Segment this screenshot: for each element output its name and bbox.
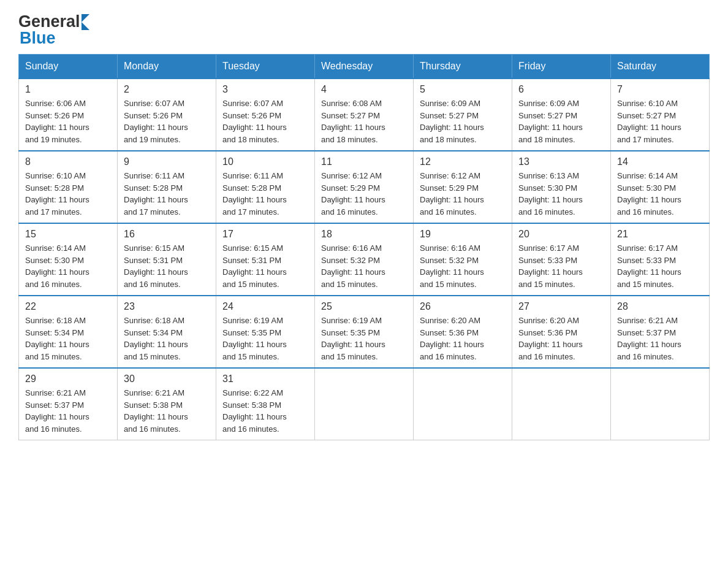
day-info: Sunrise: 6:15 AMSunset: 5:31 PMDaylight:…	[222, 243, 287, 289]
day-number: 27	[518, 301, 604, 312]
day-info: Sunrise: 6:19 AMSunset: 5:35 PMDaylight:…	[321, 316, 385, 361]
calendar-cell: 4 Sunrise: 6:08 AMSunset: 5:27 PMDayligh…	[315, 79, 414, 151]
calendar-cell: 13 Sunrise: 6:13 AMSunset: 5:30 PMDaylig…	[512, 151, 611, 223]
day-number: 19	[420, 229, 506, 240]
day-number: 1	[25, 84, 111, 95]
calendar-cell: 30 Sunrise: 6:21 AMSunset: 5:38 PMDaylig…	[118, 368, 216, 440]
calendar-cell: 8 Sunrise: 6:10 AMSunset: 5:28 PMDayligh…	[19, 151, 118, 223]
day-info: Sunrise: 6:07 AMSunset: 5:26 PMDaylight:…	[222, 99, 287, 144]
weekday-header-saturday: Saturday	[611, 55, 710, 79]
day-number: 13	[518, 156, 604, 167]
logo: General Blue	[18, 12, 89, 48]
calendar-cell: 9 Sunrise: 6:11 AMSunset: 5:28 PMDayligh…	[118, 151, 216, 223]
calendar-body: 1 Sunrise: 6:06 AMSunset: 5:26 PMDayligh…	[19, 79, 710, 440]
day-number: 16	[124, 229, 210, 240]
calendar-week-row: 29 Sunrise: 6:21 AMSunset: 5:37 PMDaylig…	[19, 368, 710, 440]
day-info: Sunrise: 6:21 AMSunset: 5:37 PMDaylight:…	[25, 388, 89, 434]
day-number: 25	[321, 301, 407, 312]
day-number: 14	[617, 156, 703, 167]
calendar-cell: 24 Sunrise: 6:19 AMSunset: 5:35 PMDaylig…	[216, 296, 315, 368]
calendar-cell: 22 Sunrise: 6:18 AMSunset: 5:34 PMDaylig…	[19, 296, 118, 368]
day-number: 4	[321, 84, 407, 95]
day-info: Sunrise: 6:12 AMSunset: 5:29 PMDaylight:…	[420, 171, 484, 216]
calendar-cell: 7 Sunrise: 6:10 AMSunset: 5:27 PMDayligh…	[611, 79, 710, 151]
weekday-header-thursday: Thursday	[414, 55, 512, 79]
day-info: Sunrise: 6:09 AMSunset: 5:27 PMDaylight:…	[518, 99, 583, 144]
day-info: Sunrise: 6:06 AMSunset: 5:26 PMDaylight:…	[25, 99, 89, 144]
calendar-cell: 21 Sunrise: 6:17 AMSunset: 5:33 PMDaylig…	[611, 223, 710, 296]
day-number: 31	[222, 373, 308, 385]
calendar-cell: 6 Sunrise: 6:09 AMSunset: 5:27 PMDayligh…	[512, 79, 611, 151]
logo-blue-text: Blue	[20, 29, 56, 48]
day-info: Sunrise: 6:17 AMSunset: 5:33 PMDaylight:…	[518, 243, 583, 289]
day-number: 12	[420, 156, 506, 167]
day-number: 28	[617, 301, 703, 312]
day-number: 26	[420, 301, 506, 312]
calendar-cell: 26 Sunrise: 6:20 AMSunset: 5:36 PMDaylig…	[414, 296, 512, 368]
day-info: Sunrise: 6:20 AMSunset: 5:36 PMDaylight:…	[420, 316, 484, 361]
calendar-cell: 5 Sunrise: 6:09 AMSunset: 5:27 PMDayligh…	[414, 79, 512, 151]
calendar-cell: 2 Sunrise: 6:07 AMSunset: 5:26 PMDayligh…	[118, 79, 216, 151]
day-info: Sunrise: 6:15 AMSunset: 5:31 PMDaylight:…	[124, 243, 188, 289]
calendar-cell: 15 Sunrise: 6:14 AMSunset: 5:30 PMDaylig…	[19, 223, 118, 296]
calendar-cell: 25 Sunrise: 6:19 AMSunset: 5:35 PMDaylig…	[315, 296, 414, 368]
calendar-cell	[414, 368, 512, 440]
day-number: 5	[420, 84, 506, 95]
day-info: Sunrise: 6:12 AMSunset: 5:29 PMDaylight:…	[321, 171, 385, 216]
calendar-cell: 29 Sunrise: 6:21 AMSunset: 5:37 PMDaylig…	[19, 368, 118, 440]
day-number: 11	[321, 156, 407, 167]
day-info: Sunrise: 6:21 AMSunset: 5:38 PMDaylight:…	[124, 388, 188, 434]
weekday-header-row: SundayMondayTuesdayWednesdayThursdayFrid…	[19, 55, 710, 79]
day-info: Sunrise: 6:18 AMSunset: 5:34 PMDaylight:…	[25, 316, 89, 361]
calendar-cell: 3 Sunrise: 6:07 AMSunset: 5:26 PMDayligh…	[216, 79, 315, 151]
day-number: 3	[222, 84, 308, 95]
weekday-header-tuesday: Tuesday	[216, 55, 315, 79]
calendar-cell: 10 Sunrise: 6:11 AMSunset: 5:28 PMDaylig…	[216, 151, 315, 223]
day-number: 8	[25, 156, 111, 167]
day-number: 23	[124, 301, 210, 312]
calendar-week-row: 8 Sunrise: 6:10 AMSunset: 5:28 PMDayligh…	[19, 151, 710, 223]
day-info: Sunrise: 6:21 AMSunset: 5:37 PMDaylight:…	[617, 316, 681, 361]
day-number: 6	[518, 84, 604, 95]
day-info: Sunrise: 6:18 AMSunset: 5:34 PMDaylight:…	[124, 316, 188, 361]
day-info: Sunrise: 6:11 AMSunset: 5:28 PMDaylight:…	[222, 171, 287, 216]
day-number: 24	[222, 301, 308, 312]
day-info: Sunrise: 6:09 AMSunset: 5:27 PMDaylight:…	[420, 99, 484, 144]
day-number: 29	[25, 373, 111, 385]
day-info: Sunrise: 6:19 AMSunset: 5:35 PMDaylight:…	[222, 316, 287, 361]
calendar-cell: 18 Sunrise: 6:16 AMSunset: 5:32 PMDaylig…	[315, 223, 414, 296]
day-number: 22	[25, 301, 111, 312]
day-info: Sunrise: 6:22 AMSunset: 5:38 PMDaylight:…	[222, 388, 287, 434]
calendar-cell: 14 Sunrise: 6:14 AMSunset: 5:30 PMDaylig…	[611, 151, 710, 223]
weekday-header-sunday: Sunday	[19, 55, 118, 79]
day-number: 21	[617, 229, 703, 240]
calendar-cell: 17 Sunrise: 6:15 AMSunset: 5:31 PMDaylig…	[216, 223, 315, 296]
calendar-cell	[315, 368, 414, 440]
calendar-cell: 16 Sunrise: 6:15 AMSunset: 5:31 PMDaylig…	[118, 223, 216, 296]
day-number: 20	[518, 229, 604, 240]
day-number: 30	[124, 373, 210, 385]
day-info: Sunrise: 6:11 AMSunset: 5:28 PMDaylight:…	[124, 171, 188, 216]
calendar-cell: 20 Sunrise: 6:17 AMSunset: 5:33 PMDaylig…	[512, 223, 611, 296]
weekday-header-wednesday: Wednesday	[315, 55, 414, 79]
day-info: Sunrise: 6:07 AMSunset: 5:26 PMDaylight:…	[124, 99, 188, 144]
calendar-cell: 1 Sunrise: 6:06 AMSunset: 5:26 PMDayligh…	[19, 79, 118, 151]
calendar-cell: 12 Sunrise: 6:12 AMSunset: 5:29 PMDaylig…	[414, 151, 512, 223]
calendar-cell	[512, 368, 611, 440]
calendar-cell	[611, 368, 710, 440]
calendar-week-row: 1 Sunrise: 6:06 AMSunset: 5:26 PMDayligh…	[19, 79, 710, 151]
day-info: Sunrise: 6:17 AMSunset: 5:33 PMDaylight:…	[617, 243, 681, 289]
calendar-week-row: 15 Sunrise: 6:14 AMSunset: 5:30 PMDaylig…	[19, 223, 710, 296]
day-info: Sunrise: 6:14 AMSunset: 5:30 PMDaylight:…	[25, 243, 89, 289]
calendar-cell: 28 Sunrise: 6:21 AMSunset: 5:37 PMDaylig…	[611, 296, 710, 368]
day-info: Sunrise: 6:16 AMSunset: 5:32 PMDaylight:…	[420, 243, 484, 289]
calendar-table: SundayMondayTuesdayWednesdayThursdayFrid…	[18, 54, 710, 440]
day-info: Sunrise: 6:14 AMSunset: 5:30 PMDaylight:…	[617, 171, 681, 216]
day-number: 9	[124, 156, 210, 167]
calendar-cell: 11 Sunrise: 6:12 AMSunset: 5:29 PMDaylig…	[315, 151, 414, 223]
weekday-header-friday: Friday	[512, 55, 611, 79]
calendar-week-row: 22 Sunrise: 6:18 AMSunset: 5:34 PMDaylig…	[19, 296, 710, 368]
calendar-cell: 31 Sunrise: 6:22 AMSunset: 5:38 PMDaylig…	[216, 368, 315, 440]
day-info: Sunrise: 6:13 AMSunset: 5:30 PMDaylight:…	[518, 171, 583, 216]
calendar-cell: 27 Sunrise: 6:20 AMSunset: 5:36 PMDaylig…	[512, 296, 611, 368]
